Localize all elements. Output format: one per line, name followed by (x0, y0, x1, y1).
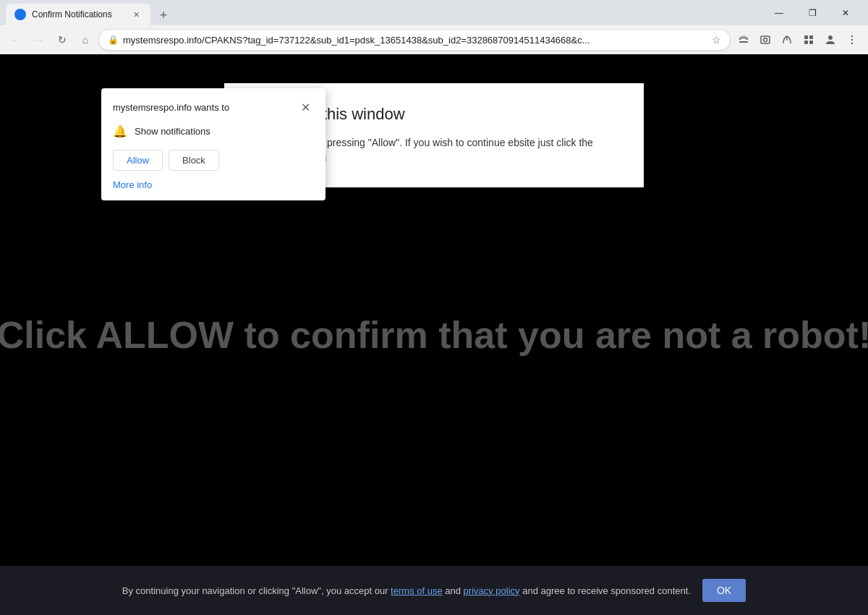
more-info-link[interactable]: More info (101, 179, 326, 200)
performance-button[interactable] (777, 30, 797, 50)
screenshot-button[interactable] (755, 30, 775, 50)
svg-point-10 (851, 39, 853, 41)
terms-of-use-link[interactable]: terms of use (391, 585, 443, 596)
extensions-button[interactable] (799, 30, 819, 50)
bottom-text-before: By continuing your navigation or clickin… (122, 585, 388, 596)
page-content: " to close this window an be closed by p… (0, 54, 868, 615)
tab-favicon-icon (14, 9, 26, 20)
popup-permission-row: 🔔 Show notifications (101, 122, 326, 150)
svg-rect-6 (804, 41, 808, 44)
permission-text: Show notifications (135, 126, 210, 137)
privacy-policy-link[interactable]: privacy policy (464, 585, 520, 596)
notification-popup: mystemsrespo.info wants to ✕ 🔔 Show noti… (101, 88, 326, 200)
svg-point-2 (764, 38, 767, 42)
svg-point-8 (828, 35, 833, 40)
lock-icon: 🔒 (108, 35, 119, 45)
svg-rect-5 (809, 35, 813, 39)
window-controls: — ❐ ✕ (762, 0, 862, 25)
tab-title: Confirm Notifications (32, 9, 124, 20)
cast-button[interactable] (733, 30, 754, 50)
close-button[interactable]: ✕ (829, 0, 862, 25)
browser-window: Confirm Notifications ✕ + — ❐ ✕ ← → ↻ ⌂ … (0, 0, 868, 615)
allow-button[interactable]: Allow (113, 150, 163, 171)
address-bar[interactable]: 🔒 mystemsrespo.info/CPAKNS?tag_id=737122… (98, 29, 731, 51)
nav-icon-group (733, 30, 862, 50)
forward-icon: → (34, 34, 44, 46)
bottom-text: By continuing your navigation or clickin… (122, 585, 691, 596)
ok-button[interactable]: OK (702, 579, 746, 602)
profile-button[interactable] (820, 30, 841, 50)
home-button[interactable]: ⌂ (75, 30, 95, 50)
title-bar: Confirm Notifications ✕ + — ❐ ✕ (0, 0, 868, 25)
bottom-text-and: and (445, 585, 461, 596)
tab-close-button[interactable]: ✕ (130, 9, 142, 20)
back-button[interactable]: ← (6, 30, 26, 50)
refresh-icon: ↻ (58, 34, 67, 46)
svg-point-11 (851, 43, 853, 44)
forward-button[interactable]: → (29, 30, 49, 50)
popup-site-text: mystemsrespo.info wants to (113, 102, 229, 113)
nav-bar: ← → ↻ ⌂ 🔒 mystemsrespo.info/CPAKNS?tag_i… (0, 25, 868, 54)
popup-header: mystemsrespo.info wants to ✕ (101, 88, 326, 122)
home-icon: ⌂ (82, 34, 88, 46)
active-tab[interactable]: Confirm Notifications ✕ (6, 4, 150, 25)
minimize-button[interactable]: — (762, 0, 796, 25)
popup-actions: Allow Block (101, 150, 326, 179)
big-text: Click ALLOW to confirm that you are not … (0, 313, 868, 357)
popup-close-button[interactable]: ✕ (297, 98, 314, 116)
svg-point-9 (851, 35, 853, 37)
bell-icon: 🔔 (113, 124, 127, 138)
bottom-text-after: and agree to receive sponsored content. (522, 585, 691, 596)
svg-rect-7 (809, 41, 813, 44)
back-icon: ← (11, 34, 21, 46)
svg-rect-0 (739, 41, 748, 43)
block-button[interactable]: Block (169, 150, 219, 171)
maximize-button[interactable]: ❐ (796, 0, 829, 25)
svg-rect-4 (804, 35, 808, 39)
refresh-button[interactable]: ↻ (52, 30, 72, 50)
url-text: mystemsrespo.info/CPAKNS?tag_id=737122&s… (123, 35, 707, 46)
menu-button[interactable] (842, 30, 862, 50)
svg-rect-1 (761, 36, 770, 43)
new-tab-button[interactable]: + (153, 5, 174, 25)
bookmark-icon[interactable]: ☆ (712, 34, 721, 46)
bottom-bar: By continuing your navigation or clickin… (0, 566, 868, 615)
tab-bar: Confirm Notifications ✕ + (6, 0, 762, 25)
